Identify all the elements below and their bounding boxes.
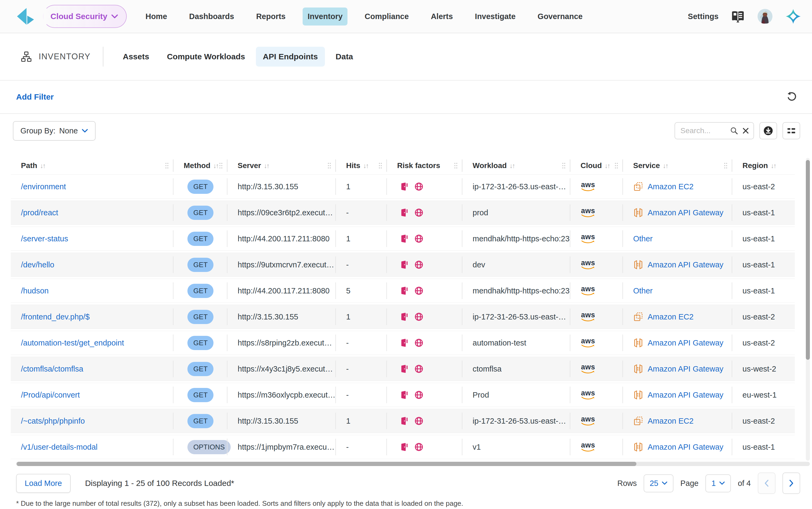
drag-handle-icon[interactable] [378,162,383,169]
column-label: Risk factors [397,161,440,170]
sort-icon[interactable]: ↓↑ [604,162,610,170]
table-row[interactable]: /server-statusGEThttp://44.200.117.211:8… [11,227,795,251]
cell-server: https://s8rping2zb.execute-ap... [228,331,336,354]
drag-handle-icon[interactable] [218,162,223,169]
vertical-scrollbar[interactable] [806,158,810,461]
path-link[interactable]: /automation-test/get_endpoint [21,339,124,347]
nav-item-inventory[interactable]: Inventory [303,7,347,26]
cell-path: /dev/hello [11,253,173,276]
service-link[interactable]: Amazon API Gateway [648,443,723,451]
page-total-label: of 4 [738,479,751,488]
page-select[interactable]: 1 [705,474,731,493]
nav-item-home[interactable]: Home [141,7,172,26]
table-row[interactable]: /~cats/php/phpinfoGEThttp://3.15.30.1551… [11,409,795,433]
service-link[interactable]: Amazon API Gateway [648,261,723,269]
path-link[interactable]: /v1/user-details-modal [21,443,98,451]
path-link[interactable]: /server-status [21,234,68,243]
drag-handle-icon[interactable] [614,162,619,169]
nav-item-governance[interactable]: Governance [533,7,587,26]
path-link[interactable]: /~cats/php/phpinfo [21,417,85,426]
nav-item-dashboards[interactable]: Dashboards [184,7,239,26]
sort-icon[interactable]: ↓↑ [771,162,776,170]
cell-region: us-east-1 [732,435,795,459]
drag-handle-icon[interactable] [165,162,169,169]
drag-handle-icon[interactable] [562,162,566,169]
table-row[interactable]: /frontend_dev.php/$GEThttp://3.15.30.155… [11,305,795,329]
column-header-server: Server↓↑ [228,157,336,174]
cell-cloud: aws [570,357,623,381]
product-switcher[interactable]: Cloud Security [43,5,127,28]
horizontal-scrollbar[interactable] [16,462,810,466]
tab-assets[interactable]: Assets [116,47,156,67]
tab-api-endpoints[interactable]: API Endpoints [256,47,325,67]
table-row[interactable]: /automation-test/get_endpointGEThttps://… [11,331,795,355]
path-link[interactable]: /ctomflsa/ctomflsa [21,365,83,373]
path-link[interactable]: /frontend_dev.php/$ [21,312,90,321]
sort-icon[interactable]: ↓↑ [40,162,45,170]
group-by-dropdown[interactable]: Group By: None [13,121,96,141]
service: Other [633,286,653,295]
service-link[interactable]: Amazon EC2 [648,182,693,191]
tab-compute-workloads[interactable]: Compute Workloads [160,47,252,67]
horizontal-scrollbar-thumb[interactable] [16,462,636,466]
sort-icon[interactable]: ↓↑ [509,162,514,170]
assistant-sparkle-icon[interactable] [785,8,801,25]
vertical-scrollbar-thumb[interactable] [806,160,810,360]
service-link[interactable]: Amazon API Gateway [648,391,723,400]
table-row[interactable]: /dev/helloGEThttps://9utxmcrvn7.execute-… [11,252,795,277]
path-link[interactable]: /environment [21,182,66,191]
sort-icon[interactable]: ↓↑ [264,162,269,170]
cell-region: us-east-1 [732,279,795,303]
table-row[interactable]: /hudsonGEThttp://44.200.117.211:80805men… [11,279,795,303]
nav-item-alerts[interactable]: Alerts [426,7,458,26]
service-link[interactable]: Amazon EC2 [648,312,693,321]
column-settings-button[interactable] [782,122,800,139]
cell-workload: Prod [463,383,570,407]
service-link[interactable]: Amazon API Gateway [648,339,723,347]
previous-page-button[interactable] [758,473,776,494]
drag-handle-icon[interactable] [723,162,728,169]
rows-per-page-select[interactable]: 25 [644,474,673,493]
toolbar-right [675,122,800,139]
sort-icon[interactable]: ↓↑ [213,162,218,170]
reset-filters-icon[interactable] [786,91,797,103]
nav-item-reports[interactable]: Reports [251,7,291,26]
service-link[interactable]: Other [633,286,653,295]
internet-exposed-icon [414,416,424,426]
nav-item-compliance[interactable]: Compliance [360,7,413,26]
nav-item-investigate[interactable]: Investigate [470,7,521,26]
service-link[interactable]: Other [633,234,653,243]
search-input[interactable] [680,127,726,135]
add-filter-button[interactable]: Add Filter [16,92,54,101]
table-row[interactable]: /prod/reactGEThttps://09ce3r6tp2.execute… [11,201,795,225]
load-more-button[interactable]: Load More [16,474,71,493]
cell-path: /prod/react [11,201,173,225]
settings-button[interactable]: Settings [688,12,718,21]
next-page-button[interactable] [782,473,800,494]
service-link[interactable]: Amazon API Gateway [648,365,723,373]
table-row[interactable]: /environmentGEThttp://3.15.30.1551ip-172… [11,174,795,199]
tab-data[interactable]: Data [329,47,360,67]
table-row[interactable]: /Prod/api/convertGEThttps://m36oxlycpb.e… [11,383,795,407]
path-link[interactable]: /Prod/api/convert [21,391,80,400]
drag-handle-icon[interactable] [327,162,332,169]
cell-cloud: aws [570,201,623,225]
user-avatar[interactable] [757,9,773,24]
cell-path: /automation-test/get_endpoint [11,331,173,354]
path-link[interactable]: /prod/react [21,208,58,217]
docs-book-icon[interactable] [731,10,745,23]
drag-handle-icon[interactable] [453,162,458,169]
sitemap-icon [21,51,32,63]
service-link[interactable]: Amazon EC2 [648,417,693,426]
path-link[interactable]: /hudson [21,286,48,295]
table-row[interactable]: /v1/user-details-modalOPTIONShttps://1jm… [11,435,795,459]
service-link[interactable]: Amazon API Gateway [648,208,723,217]
table-row[interactable]: /ctomflsa/ctomflsaGEThttps://x4y3c1j8y5.… [11,357,795,381]
path-link[interactable]: /dev/hello [21,261,54,269]
server-text: https://x4y3c1j8y5.execute-a... [238,365,336,373]
sort-icon[interactable]: ↓↑ [663,162,668,170]
aws-word: aws [581,338,595,344]
sort-icon[interactable]: ↓↑ [363,162,368,170]
clear-search-icon[interactable] [742,127,750,135]
export-download-button[interactable] [759,122,777,139]
